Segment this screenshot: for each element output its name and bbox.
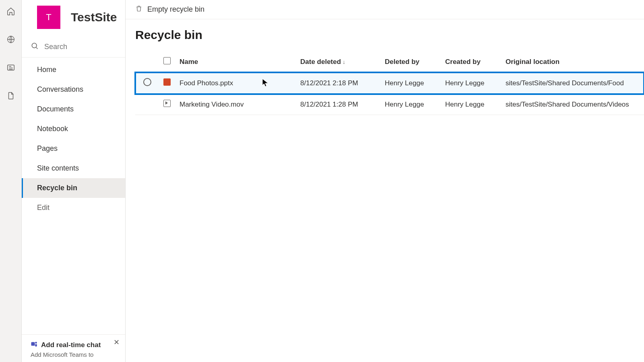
page-title: Recycle bin [135, 28, 644, 42]
cell-original-location: sites/TestSite/Shared Documents/Videos [502, 94, 644, 115]
sort-descending-icon: ↓ [343, 59, 345, 65]
search-row[interactable] [22, 36, 125, 58]
nav-label: Notebook [37, 125, 68, 133]
nav-label: Recycle bin [37, 184, 77, 192]
site-header: T TestSite [22, 0, 125, 36]
powerpoint-icon [163, 78, 171, 86]
col-deleted-by[interactable]: Deleted by [381, 53, 441, 72]
nav-edit[interactable]: Edit [22, 198, 125, 218]
col-date-deleted[interactable]: Date deleted↓ [296, 53, 381, 72]
cell-deleted-by: Henry Legge [381, 94, 441, 115]
appbar-news-icon[interactable] [0, 60, 22, 76]
main-area: Empty recycle bin Recycle bin Name Date … [126, 0, 644, 362]
appbar-files-icon[interactable] [0, 88, 22, 104]
nav-conversations[interactable]: Conversations [22, 80, 125, 99]
trash-icon [135, 5, 142, 14]
nav-label: Conversations [37, 85, 83, 93]
nav-label: Site contents [37, 164, 79, 172]
teams-promo-desc: Add Microsoft Teams to [31, 351, 118, 358]
table-row[interactable]: Food Photos.pptx 8/12/2021 2:18 PM Henry… [135, 72, 644, 94]
empty-recycle-bin-button[interactable]: Empty recycle bin [147, 5, 204, 14]
appbar-globe-icon[interactable] [0, 31, 22, 47]
row-selector[interactable] [143, 78, 151, 86]
recycle-bin-table: Name Date deleted↓ Deleted by Created by… [135, 53, 644, 115]
cell-name: Marketing Video.mov [175, 94, 296, 115]
search-icon [31, 42, 39, 51]
nav-documents[interactable]: Documents [22, 99, 125, 119]
left-nav: Home Conversations Documents Notebook Pa… [22, 58, 125, 220]
svg-rect-3 [31, 342, 35, 346]
cell-date-deleted: 8/12/2021 2:18 PM [296, 72, 381, 94]
teams-promo: ✕ Add real-time chat Add Microsoft Teams… [22, 334, 125, 362]
cell-created-by: Henry Legge [441, 72, 502, 94]
video-icon [163, 100, 171, 107]
nav-pages[interactable]: Pages [22, 139, 125, 158]
nav-home[interactable]: Home [22, 60, 125, 80]
appbar-home-icon[interactable] [0, 3, 22, 19]
file-icon [163, 57, 171, 64]
col-name[interactable]: Name [175, 53, 296, 72]
site-title[interactable]: TestSite [71, 10, 117, 24]
site-logo-letter: T [46, 12, 51, 23]
svg-point-2 [32, 43, 37, 48]
nav-recycle-bin[interactable]: Recycle bin [22, 178, 125, 198]
nav-site-contents[interactable]: Site contents [22, 158, 125, 178]
col-original-location[interactable]: Original location [502, 53, 644, 72]
search-input[interactable] [44, 43, 117, 51]
nav-label: Pages [37, 144, 58, 152]
cell-deleted-by: Henry Legge [381, 72, 441, 94]
left-column: T TestSite Home Conversations Documents … [22, 0, 126, 362]
content-area: Recycle bin Name Date deleted↓ Deleted b… [126, 19, 644, 115]
table-header-row: Name Date deleted↓ Deleted by Created by… [135, 53, 644, 72]
cell-name: Food Photos.pptx [175, 72, 296, 94]
teams-promo-title: Add real-time chat [41, 341, 101, 349]
col-created-by[interactable]: Created by [441, 53, 502, 72]
nav-label: Documents [37, 105, 74, 113]
nav-label: Edit [37, 204, 50, 212]
col-type-icon[interactable] [159, 53, 175, 72]
close-icon[interactable]: ✕ [114, 338, 120, 347]
cell-original-location: sites/TestSite/Shared Documents/Food [502, 72, 644, 94]
app-bar [0, 0, 22, 362]
teams-icon [31, 340, 38, 350]
nav-notebook[interactable]: Notebook [22, 119, 125, 139]
command-bar: Empty recycle bin [126, 0, 644, 19]
site-logo[interactable]: T [37, 6, 60, 29]
table-row[interactable]: Marketing Video.mov 8/12/2021 1:28 PM He… [135, 94, 644, 115]
cell-date-deleted: 8/12/2021 1:28 PM [296, 94, 381, 115]
col-select[interactable] [135, 53, 159, 72]
cell-created-by: Henry Legge [441, 94, 502, 115]
nav-label: Home [37, 66, 56, 74]
svg-point-4 [35, 342, 37, 344]
